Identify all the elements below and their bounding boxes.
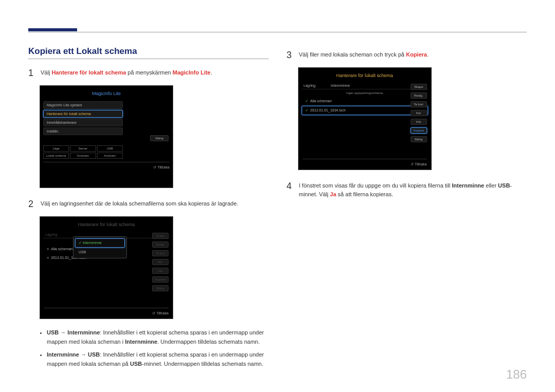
step1-mid: på menyskärmen	[126, 69, 172, 76]
step4-b2: USB	[498, 182, 510, 189]
page-number: 186	[506, 367, 527, 382]
grid-cell: Lokalt schema	[43, 153, 69, 159]
btn-delete: Ta bort	[152, 250, 169, 256]
btn-create: Skapa	[152, 233, 169, 239]
step1-post: .	[211, 69, 212, 76]
step1-pre: Välj	[41, 69, 51, 76]
btn-copy: Kopiera	[152, 276, 169, 283]
screenshot-magicinfo-menu: MagicInfo Lite MagicInfo Lite-spelare Ha…	[40, 85, 173, 188]
step3-pre: Välj filer med lokala scheman och tryck …	[299, 51, 406, 58]
back-link: Tillbaka	[303, 159, 427, 166]
btn-create: Skapa	[411, 84, 427, 90]
step-number: 2	[28, 197, 35, 211]
btn-run: Kör	[411, 110, 427, 116]
section-title: Kopiera ett Lokalt schema	[28, 46, 269, 59]
step2-text: Välj en lagringsenhet där de lokala sche…	[41, 197, 269, 208]
no-schedule: Inget uppspelningsschema	[302, 89, 428, 97]
step-3: 3 Välj filer med lokala scheman och tryc…	[287, 48, 527, 62]
menu-item: Inställn.	[43, 127, 123, 135]
step3-post: .	[427, 51, 429, 58]
menu-item-selected: Hanterare för lokalt schema	[43, 110, 123, 118]
step4-b1: Internminne	[452, 182, 484, 189]
accent-bar	[28, 28, 77, 31]
file-row-selected: ✓2012.01.01_1834.lsch	[302, 106, 428, 115]
menu-item: MagicInfo Lite-spelare	[43, 101, 123, 109]
menu-item: Innehållshanterare	[43, 119, 123, 126]
back-link: Tillbaka	[43, 162, 170, 170]
close-button: Stäng	[150, 135, 169, 141]
popup-item-internal: Internminne	[75, 238, 125, 248]
btn-edit: Redig.	[411, 92, 427, 99]
btn-info: Info	[411, 119, 427, 125]
step-number: 3	[287, 48, 294, 62]
grid-cell: Läge	[43, 145, 69, 152]
horizontal-rule	[28, 32, 527, 32]
step3-hl: Kopiera	[406, 51, 427, 58]
bullet-internal-to-usb: Internminne → USB: Innehållsfiler i ett …	[47, 350, 269, 368]
btn-close: Stäng	[152, 285, 169, 291]
all-schedules-row: ✓Alla scheman	[302, 97, 428, 106]
step1-hl1: Hanterare för lokalt schema	[51, 69, 126, 76]
status-grid: Läge Server USB Lokalt schema Ansluten A…	[43, 145, 123, 159]
step4-hl: Ja	[330, 191, 336, 197]
step-number: 4	[287, 179, 294, 193]
step-number: 1	[28, 66, 35, 80]
grid-cell: Ansluten	[97, 153, 123, 159]
btn-info: Info	[152, 268, 169, 274]
storage-popup: Internminne USB	[73, 236, 127, 258]
grid-cell: Ansluten	[70, 153, 96, 159]
step4-mid1: eller	[484, 182, 498, 189]
step1-hl2: MagicInfo Lite	[173, 69, 211, 76]
grid-cell: USB	[97, 145, 123, 152]
btn-run: Kör	[152, 259, 169, 265]
btn-edit: Redig.	[152, 241, 169, 248]
step4-post: så att filerna kopieras.	[336, 191, 393, 197]
btn-delete: Ta bort	[411, 101, 427, 107]
popup-item-usb: USB	[75, 248, 125, 256]
btn-close: Stäng	[411, 136, 427, 142]
footnotes: USB → Internminne: Innehållsfiler i ett …	[41, 328, 269, 368]
storage-label: Lagring	[45, 233, 57, 236]
screenshot-file-select: Hanterare för lokalt schema Lagring Inte…	[298, 67, 432, 170]
grid-cell: Server	[70, 145, 96, 152]
storage-value: Internminne	[331, 84, 350, 87]
step-2: 2 Välj en lagringsenhet där de lokala sc…	[28, 197, 269, 211]
screenshot-storage-popup: Hanterare för lokalt schema Lagring Inge…	[40, 216, 173, 319]
storage-label: Lagring	[304, 84, 316, 87]
btn-copy-selected: Kopiera	[411, 127, 427, 134]
step4-pre: I fönstret som visas får du uppge om du …	[299, 182, 452, 189]
back-link: Tillbaka	[44, 308, 169, 315]
shot2-title: Hanterare för lokalt schema	[43, 220, 170, 231]
step-4: 4 I fönstret som visas får du uppge om d…	[287, 179, 527, 198]
shot3-title: Hanterare för lokalt schema	[302, 71, 428, 82]
bullet-usb-to-internal: USB → Internminne: Innehållsfiler i ett …	[47, 328, 269, 346]
step-1: 1 Välj Hanterare för lokalt schema på me…	[28, 66, 269, 80]
shot1-title: MagicInfo Lite	[43, 89, 170, 100]
